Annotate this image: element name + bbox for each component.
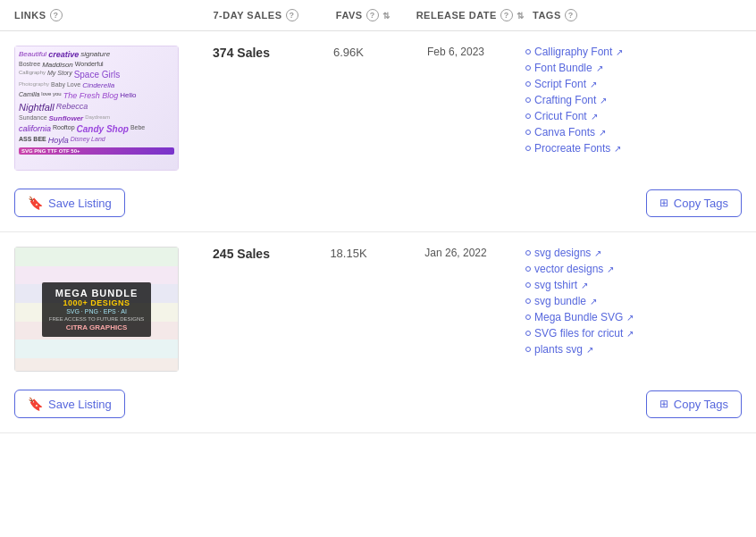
tag-item[interactable]: Font Bundle ↗: [525, 62, 742, 74]
mega-desc: FREE ACCESS TO FUTURE DESIGNS: [49, 316, 144, 322]
tag-item[interactable]: Script Font ↗: [525, 78, 742, 90]
bookmark-icon: 🔖: [28, 397, 43, 411]
tag-item[interactable]: svg designs ↗: [525, 247, 742, 259]
tag-label: Calligraphy Font: [534, 46, 612, 58]
tag-item[interactable]: Calligraphy Font ↗: [525, 46, 742, 58]
mega-formats: SVG · PNG · EPS · AI: [49, 308, 144, 315]
tag-label: svg tshirt: [534, 279, 577, 291]
tag-bullet: [525, 130, 531, 135]
copy-icon: ⊞: [659, 197, 668, 209]
tag-item[interactable]: vector designs ↗: [525, 263, 742, 275]
tag-bullet: [525, 250, 531, 256]
tag-item[interactable]: Procreate Fonts ↗: [525, 142, 742, 155]
tag-label: Mega Bundle SVG: [534, 311, 623, 323]
tag-label: Cricut Font: [534, 110, 587, 122]
external-link-icon: ↗: [599, 128, 606, 138]
listing-image-1: Beautiful creative signature Bostree Mad…: [14, 46, 179, 171]
favs-header-label: FAVS: [336, 10, 363, 21]
mega-thumbnail: MEGA BUNDLE 1000+ DESIGNS SVG · PNG · EP…: [14, 247, 179, 372]
tag-item[interactable]: SVG files for cricut ↗: [525, 327, 742, 340]
listing-1-sales: 374 Sales: [179, 46, 304, 60]
table-header: LINKS ? 7-DAY SALES ? FAVS ? ⇅ RELEASE D…: [0, 0, 756, 31]
tag-item[interactable]: svg tshirt ↗: [525, 279, 742, 291]
listing-image-2: MEGA BUNDLE 1000+ DESIGNS SVG · PNG · EP…: [14, 247, 179, 372]
external-link-icon: ↗: [616, 47, 623, 57]
tag-bullet: [525, 331, 531, 336]
tag-item[interactable]: Crafting Font ↗: [525, 94, 742, 106]
favs-sort-icon[interactable]: ⇅: [382, 11, 391, 21]
date-help-icon[interactable]: ?: [500, 9, 513, 21]
sales-help-icon[interactable]: ?: [286, 9, 298, 21]
save-label-1: Save Listing: [48, 197, 112, 210]
tag-item[interactable]: Mega Bundle SVG ↗: [525, 311, 742, 323]
sales-header-label: 7-DAY SALES: [213, 10, 281, 21]
listing-2-footer: 🔖 Save Listing ⊞ Copy Tags: [14, 382, 742, 418]
external-link-icon: ↗: [596, 63, 603, 73]
links-header-label: LINKS: [14, 10, 46, 21]
save-listing-button-2[interactable]: 🔖 Save Listing: [14, 390, 125, 418]
external-link-icon: ↗: [590, 80, 597, 89]
copy-tags-button-1[interactable]: ⊞ Copy Tags: [646, 189, 742, 217]
listing-2-sales: 245 Sales: [179, 247, 304, 261]
copy-tags-button-2[interactable]: ⊞ Copy Tags: [646, 390, 742, 418]
date-header-label: RELEASE DATE: [416, 10, 497, 21]
listing-1-footer: 🔖 Save Listing ⊞ Copy Tags: [14, 181, 742, 217]
copy-icon: ⊞: [659, 398, 668, 410]
date-value-1: Feb 6, 2023: [427, 46, 484, 58]
tag-label: plants svg: [534, 343, 583, 356]
listing-1-date: Feb 6, 2023: [393, 46, 518, 58]
tag-item[interactable]: svg bundle ↗: [525, 295, 742, 307]
mega-brand: CITRA GRAPHICS: [49, 323, 144, 331]
external-link-icon: ↗: [594, 248, 601, 258]
tag-item[interactable]: plants svg ↗: [525, 343, 742, 356]
tag-bullet: [525, 97, 531, 103]
external-link-icon: ↗: [591, 112, 598, 122]
copy-tags-label-1: Copy Tags: [674, 197, 728, 210]
col-header-favs: FAVS ? ⇅: [318, 9, 407, 21]
listing-1-favs: 6.96K: [304, 46, 393, 59]
tag-bullet: [525, 266, 531, 272]
tag-label: Canva Fonts: [534, 126, 595, 138]
external-link-icon: ↗: [614, 144, 621, 154]
listing-2-date: Jan 26, 2022: [393, 247, 518, 259]
sales-value-1: 374 Sales: [213, 46, 270, 60]
tag-bullet: [525, 282, 531, 288]
external-link-icon: ↗: [581, 281, 588, 290]
save-listing-button-1[interactable]: 🔖 Save Listing: [14, 189, 125, 217]
tag-label: vector designs: [534, 263, 603, 275]
listing-2-tags: svg designs ↗ vector designs ↗ svg tshir…: [518, 247, 742, 356]
listing-1-tags: Calligraphy Font ↗ Font Bundle ↗ Script …: [518, 46, 742, 155]
tag-bullet: [525, 49, 531, 55]
tag-bullet: [525, 315, 531, 320]
favs-value-2: 18.15K: [330, 247, 366, 260]
mega-title: MEGA BUNDLE: [49, 288, 144, 298]
tag-label: Procreate Fonts: [534, 142, 610, 155]
sales-value-2: 245 Sales: [213, 247, 270, 261]
tag-label: Script Font: [534, 78, 586, 90]
tag-label: svg bundle: [534, 295, 586, 307]
external-link-icon: ↗: [586, 345, 593, 355]
tag-bullet: [525, 81, 531, 87]
external-link-icon: ↗: [607, 264, 614, 274]
date-sort-icon[interactable]: ⇅: [517, 11, 525, 21]
external-link-icon: ↗: [590, 297, 597, 306]
tag-label: Font Bundle: [534, 62, 592, 74]
external-link-icon: ↗: [626, 329, 634, 339]
tag-item[interactable]: Canva Fonts ↗: [525, 126, 742, 138]
tag-bullet: [525, 298, 531, 304]
tag-bullet: [525, 113, 531, 119]
svg-badge: SVG PNG TTF OTF 50+: [19, 147, 174, 155]
copy-tags-label-2: Copy Tags: [674, 398, 728, 411]
tag-label: Crafting Font: [534, 94, 596, 106]
tag-label: SVG files for cricut: [534, 327, 623, 340]
external-link-icon: ↗: [600, 96, 607, 105]
links-help-icon[interactable]: ?: [50, 9, 63, 21]
date-value-2: Jan 26, 2022: [424, 247, 486, 259]
tags-header-label: TAGS: [533, 10, 561, 21]
bookmark-icon: 🔖: [28, 196, 43, 210]
mega-subtitle: 1000+ DESIGNS: [49, 298, 144, 307]
tag-item[interactable]: Cricut Font ↗: [525, 110, 742, 122]
tags-help-icon[interactable]: ?: [565, 9, 577, 21]
favs-help-icon[interactable]: ?: [366, 9, 379, 21]
listings-table: LINKS ? 7-DAY SALES ? FAVS ? ⇅ RELEASE D…: [0, 0, 756, 433]
